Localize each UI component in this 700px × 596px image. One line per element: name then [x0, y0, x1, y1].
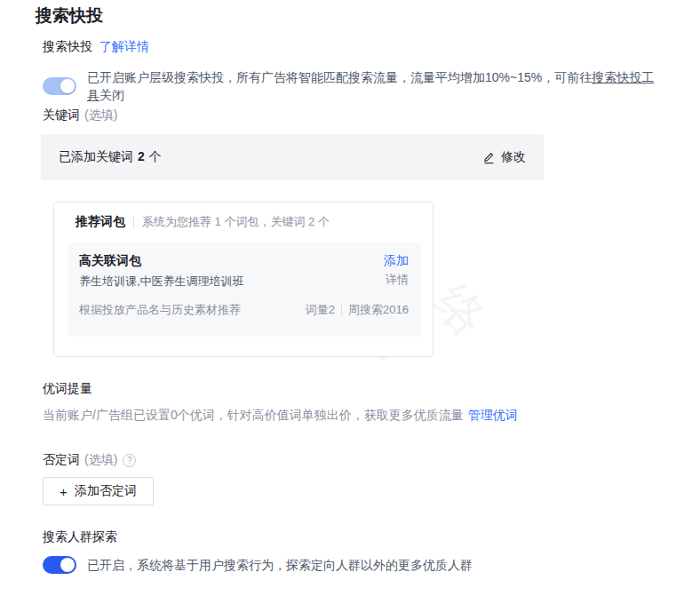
- pack-card-subtitle: 系统为您推荐 1 个词包，关键词 2 个: [142, 214, 330, 230]
- youci-section-title: 优词提量: [43, 381, 92, 397]
- pack-reason: 根据投放产品名与历史素材推荐: [79, 302, 241, 318]
- keywords-optional-tag: (选填): [84, 107, 117, 123]
- quick-delivery-header: 搜索快投 了解详情: [43, 39, 149, 55]
- keywords-label: 关键词: [43, 107, 80, 123]
- pack-stats: 词量2 周搜索2016: [306, 302, 409, 318]
- negative-words-label: 否定词: [43, 452, 80, 468]
- pack-card-header: 推荐词包 系统为您推荐 1 个词包，关键词 2 个: [76, 214, 433, 230]
- vertical-divider: [133, 217, 134, 228]
- audience-explore-toggle[interactable]: [43, 556, 76, 574]
- pack-keywords: 养生培训课,中医养生调理培训班: [79, 274, 244, 290]
- question-circle-icon[interactable]: ?: [123, 454, 136, 467]
- quick-delivery-toggle[interactable]: [43, 77, 76, 95]
- plus-icon: +: [60, 485, 68, 498]
- add-negative-words-label: 添加否定词: [75, 483, 137, 499]
- pack-item-row-keywords: 养生培训课,中医养生调理培训班 详情: [79, 269, 409, 290]
- add-negative-words-button[interactable]: + 添加否定词: [43, 477, 154, 505]
- audience-explore-description: 已开启，系统将基于用户搜索行为，探索定向人群以外的更多优质人群: [87, 556, 473, 574]
- pack-item: 高关联词包 添加 养生培训课,中医养生调理培训班 详情 根据投放产品名与历史素材…: [68, 242, 421, 337]
- page-title: 搜索快投: [36, 4, 103, 28]
- search-quick-delivery-panel: 搜索快投 巨 宣 网 络 搜索快投 了解详情 已开启账户层级搜索快投，所有广告将…: [0, 0, 700, 596]
- pack-word-count: 词量2: [306, 302, 335, 318]
- recommended-pack-card: 推荐词包 系统为您推荐 1 个词包，关键词 2 个 高关联词包 添加 养生培训课…: [53, 202, 434, 357]
- keywords-summary-box: 已添加关键词2个 修改: [41, 134, 544, 180]
- vertical-divider: [341, 305, 342, 315]
- audience-explore-toggle-row: 已开启，系统将基于用户搜索行为，探索定向人群以外的更多优质人群: [43, 556, 664, 574]
- quick-delivery-desc-suffix: 关闭: [99, 88, 124, 102]
- youci-description: 当前账户/广告组已设置0个优词，针对高价值词单独出价，获取更多优质流量管理优词: [43, 406, 518, 424]
- youci-desc-text: 当前账户/广告组已设置0个优词，针对高价值词单独出价，获取更多优质流量: [43, 408, 464, 422]
- pack-item-row-name: 高关联词包 添加: [79, 253, 409, 269]
- manage-youci-link[interactable]: 管理优词: [468, 408, 518, 422]
- pack-name: 高关联词包: [79, 253, 141, 269]
- add-pack-link[interactable]: 添加: [384, 253, 409, 269]
- keywords-added-text: 已添加关键词2个: [59, 149, 162, 165]
- keywords-field-label: 关键词 (选填): [43, 107, 117, 123]
- keywords-added-prefix: 已添加关键词: [59, 149, 133, 163]
- modify-label: 修改: [501, 149, 526, 165]
- modify-keywords-button[interactable]: 修改: [482, 149, 526, 165]
- pack-detail-link[interactable]: 详情: [386, 272, 409, 288]
- keywords-added-suffix: 个: [149, 149, 162, 163]
- toggle-knob: [60, 558, 75, 572]
- pencil-edit-icon: [482, 151, 496, 164]
- negative-words-field-label: 否定词 (选填) ?: [43, 452, 136, 468]
- keywords-added-count: 2: [138, 149, 145, 163]
- negative-words-optional-tag: (选填): [84, 452, 117, 468]
- quick-delivery-label: 搜索快投: [43, 39, 92, 55]
- quick-delivery-desc-text: 已开启账户层级搜索快投，所有广告将智能匹配搜索流量，流量平均增加10%~15%，…: [87, 70, 592, 84]
- audience-explore-title: 搜索人群探索: [43, 529, 117, 545]
- pack-card-title: 推荐词包: [76, 214, 125, 230]
- pack-item-row-stats: 根据投放产品名与历史素材推荐 词量2 周搜索2016: [79, 290, 409, 318]
- toggle-knob: [60, 79, 75, 93]
- pack-weekly-search: 周搜索2016: [348, 302, 409, 318]
- quick-delivery-toggle-row: 已开启账户层级搜索快投，所有广告将智能匹配搜索流量，流量平均增加10%~15%，…: [43, 68, 664, 104]
- watermark-char: 络: [427, 276, 495, 344]
- quick-delivery-description: 已开启账户层级搜索快投，所有广告将智能匹配搜索流量，流量平均增加10%~15%，…: [87, 68, 664, 104]
- learn-more-link[interactable]: 了解详情: [99, 39, 149, 55]
